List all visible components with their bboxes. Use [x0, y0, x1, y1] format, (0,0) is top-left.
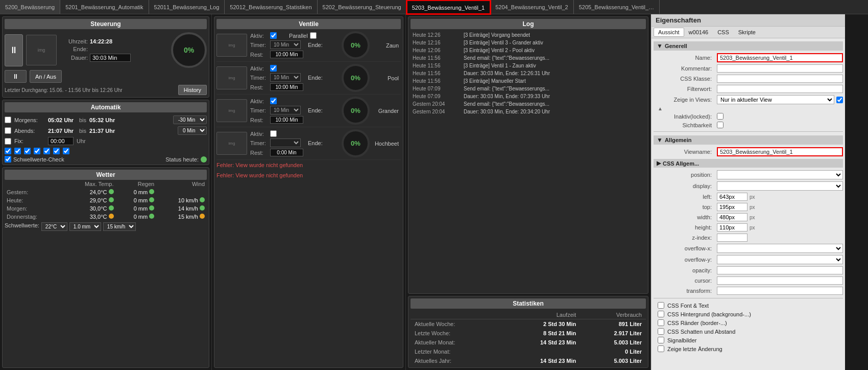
cursor-row: cursor: [654, 276, 843, 285]
zeige-in-views-checkbox[interactable] [836, 97, 843, 103]
width-input[interactable] [717, 213, 748, 221]
overflow-y-select[interactable] [717, 255, 843, 264]
z-index-input[interactable] [717, 234, 748, 242]
css-section-checkbox[interactable] [658, 337, 664, 343]
display-select[interactable] [717, 181, 843, 191]
tab-52011[interactable]: 52011_Bewässerung_Log [149, 0, 225, 14]
overflow-y-row: overflow-y: [654, 255, 843, 265]
kommentar-input[interactable] [717, 64, 843, 73]
css-section-item[interactable]: Signalbilder [654, 336, 843, 344]
generell-section-header[interactable]: ▼ Generell [654, 41, 843, 51]
ventile-section: Ventile img Aktiv: Parallel Timer: 10 Mi… [214, 16, 403, 368]
abends-offset[interactable]: 0 Min [178, 126, 207, 135]
zaun-aktiv-checkbox[interactable] [270, 32, 277, 39]
history-button[interactable]: History [178, 85, 207, 95]
zaun-rest-input[interactable] [270, 51, 303, 58]
tab-5204[interactable]: 5204_Bewässerung_Ventil_2 [490, 0, 574, 14]
status-dot [201, 156, 207, 163]
wetter-header: Wetter [5, 170, 207, 180]
dauer-input[interactable] [90, 54, 131, 62]
hochbeet-aktiv-checkbox[interactable] [270, 130, 277, 137]
zeige-in-views-select[interactable]: Nur in aktueller View [717, 95, 834, 104]
schwellwert-wind-select[interactable]: 15 km/h [103, 222, 136, 231]
schwellwert-checkbox[interactable] [5, 156, 11, 163]
morgens-offset[interactable]: -30 Min [173, 115, 207, 124]
kommentar-label: Kommentar: [654, 65, 715, 72]
morgens-checkbox[interactable] [5, 117, 11, 123]
opacity-input[interactable] [717, 266, 843, 274]
schwellwert-temp-select[interactable]: 22°C [41, 222, 67, 231]
top-input[interactable] [717, 203, 748, 211]
hochbeet-rest-input[interactable] [270, 149, 303, 156]
day6-checkbox[interactable] [53, 148, 60, 154]
tab-5201[interactable]: 5201_Bewässerung_Automatik [60, 0, 149, 14]
eigen-tab-skripte[interactable]: Skripte [734, 28, 760, 37]
day3-checkbox[interactable] [24, 148, 31, 154]
css-section-item[interactable]: CSS Hintergrund (background-...) [654, 310, 843, 318]
css-section-checkbox[interactable] [658, 302, 664, 309]
pause-label-btn[interactable]: ⏸ [5, 70, 27, 83]
pool-timer-select[interactable]: 10 Min [270, 73, 301, 82]
overflow-x-select[interactable] [717, 244, 843, 253]
css-section-checkbox[interactable] [658, 328, 664, 335]
pause-button[interactable]: ⏸ [5, 34, 23, 66]
schwellwert-regen-select[interactable]: 1.0 mm [69, 222, 101, 231]
an-aus-button[interactable]: An / Aus [30, 70, 62, 83]
css-section-checkbox[interactable] [658, 319, 664, 326]
transform-input[interactable] [717, 287, 843, 295]
day5-checkbox[interactable] [43, 148, 50, 154]
fix-time-input[interactable] [48, 137, 74, 145]
zaun-parallel-checkbox[interactable] [310, 32, 317, 39]
css-section-item[interactable]: CSS Ränder (border-...) [654, 318, 843, 327]
tab-5200[interactable]: 5200_Bewässerung [0, 0, 60, 14]
pool-aktiv-checkbox[interactable] [270, 65, 277, 72]
pool-image: img [216, 66, 247, 89]
sichtbarkeit-checkbox[interactable] [717, 122, 724, 128]
wetter-temp-gestern: 24,0°C [61, 188, 115, 196]
abends-checkbox[interactable] [5, 127, 11, 134]
tab-5203[interactable]: 5203_Bewässerung_Ventil_1 [407, 0, 491, 14]
css-klasse-input[interactable] [717, 75, 843, 83]
transform-label: transform: [654, 288, 715, 294]
css-section-checkbox[interactable] [658, 345, 664, 352]
pool-name: Pool [373, 75, 401, 81]
tab-5205[interactable]: 5205_Bewässerung_Ventil_… [574, 0, 660, 14]
hochbeet-timer-select[interactable] [270, 138, 301, 147]
css-section-checkbox[interactable] [658, 311, 664, 317]
left-input[interactable] [717, 193, 748, 201]
zaun-timer-select[interactable]: 10 Min [270, 40, 301, 49]
position-select[interactable] [717, 170, 843, 179]
grander-rest-input[interactable] [270, 116, 303, 124]
eigen-tab-aussicht[interactable]: Aussicht [654, 28, 684, 37]
css-section-item[interactable]: CSS Schatten und Abstand [654, 327, 843, 336]
cursor-input[interactable] [717, 276, 843, 285]
day7-checkbox[interactable] [63, 148, 69, 154]
allgemein-label: Allgemein [665, 137, 692, 143]
abends-label: Abends: [14, 128, 45, 134]
css-section-label: CSS Hintergrund (background-...) [667, 311, 751, 317]
ventil-zaun: img Aktiv: Parallel Timer: 10 Min Ende: [216, 29, 401, 62]
allgemein-section-header[interactable]: ▼ Allgemein [654, 135, 843, 145]
day1-checkbox[interactable] [5, 148, 11, 154]
grander-aktiv-checkbox[interactable] [270, 98, 277, 104]
eigen-tab-css[interactable]: CSS [713, 28, 734, 37]
tab-52012[interactable]: 52012_Bewässerung_Statistiken [225, 0, 317, 14]
day2-checkbox[interactable] [14, 148, 21, 154]
viewname-input[interactable] [717, 147, 843, 156]
css-allg-header[interactable]: ▶ CSS Allgem... [654, 159, 843, 168]
height-input[interactable] [717, 223, 748, 232]
name-input[interactable] [717, 53, 843, 62]
regen-dot-morgen [149, 205, 154, 211]
grander-timer-select[interactable]: 10 Min [270, 106, 301, 114]
tab-5202[interactable]: 5202_Bewässerung_Steuerung [318, 0, 407, 14]
css-section-item[interactable]: Zeige letzte Änderung [654, 344, 843, 353]
filterwort-input[interactable] [717, 85, 843, 93]
log-text: Dauer: 30:03 Min, Ende: 12:26:31 Uhr [462, 70, 646, 77]
eigen-tab-w00146[interactable]: w00146 [684, 28, 713, 37]
inaktiv-checkbox[interactable] [717, 113, 724, 120]
pool-rest-input[interactable] [270, 83, 303, 91]
wetter-regen-heute: 0 mm [116, 196, 157, 204]
css-section-item[interactable]: CSS Font & Text [654, 301, 843, 310]
day4-checkbox[interactable] [34, 148, 40, 154]
fix-checkbox[interactable] [5, 138, 11, 145]
